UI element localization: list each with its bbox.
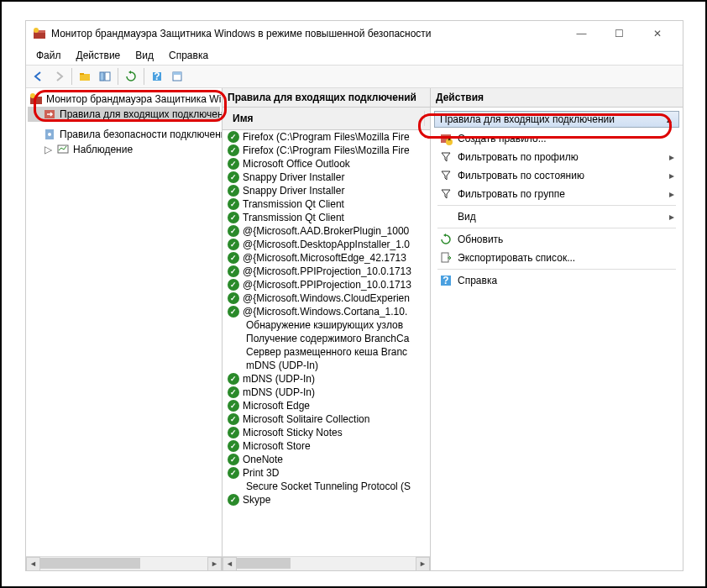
rule-item[interactable]: ✓@{Microsoft.PPIProjection_10.0.1713 bbox=[223, 278, 430, 291]
tree-hscroll[interactable]: ◄► bbox=[26, 556, 222, 570]
rule-item[interactable]: ✓Transmission Qt Client bbox=[223, 211, 430, 224]
rule-item[interactable]: ✓Microsoft Solitaire Collection bbox=[223, 412, 430, 426]
rule-item[interactable]: ✓Firefox (C:\Program Files\Mozilla Fire bbox=[223, 130, 430, 144]
actions-sub-header[interactable]: Правила для входящих подключений ▲ bbox=[434, 111, 679, 128]
rule-name: Print 3D bbox=[243, 467, 279, 479]
check-icon: ✓ bbox=[228, 400, 239, 412]
rules-hscroll[interactable]: ◄► bbox=[223, 556, 430, 570]
action-create-rule[interactable]: * Создать правило... bbox=[431, 129, 683, 148]
rule-name: Сервер размещенного кеша Branc bbox=[246, 346, 407, 358]
close-button[interactable]: ✕ bbox=[638, 22, 676, 45]
check-icon: ✓ bbox=[228, 212, 239, 223]
actions-panel-title: Действия bbox=[431, 88, 683, 108]
check-icon: ✓ bbox=[228, 279, 239, 291]
funnel-icon bbox=[439, 169, 453, 182]
properties-icon[interactable] bbox=[168, 67, 186, 86]
rule-item[interactable]: ✓Microsoft Office Outlook bbox=[223, 157, 430, 171]
menu-help[interactable]: Справка bbox=[162, 48, 215, 63]
check-icon: ✓ bbox=[228, 265, 239, 277]
action-filter-state[interactable]: Фильтровать по состоянию ▸ bbox=[431, 166, 683, 185]
actions-panel: Действия Правила для входящих подключени… bbox=[431, 88, 683, 570]
rule-name: mDNS (UDP-In) bbox=[243, 373, 315, 385]
check-icon: ✓ bbox=[228, 252, 239, 264]
rules-list[interactable]: ✓Firefox (C:\Program Files\Mozilla Fire✓… bbox=[223, 130, 430, 556]
menu-file[interactable]: Файл bbox=[29, 48, 68, 63]
firewall-window: Монитор брандмауэра Защитника Windows в … bbox=[25, 20, 683, 571]
show-hide-icon[interactable] bbox=[96, 67, 114, 86]
rule-item[interactable]: ✓Microsoft Edge bbox=[223, 399, 430, 412]
tree-security-rules[interactable]: Правила безопасности подключения bbox=[28, 127, 220, 142]
action-filter-group[interactable]: Фильтровать по группе ▸ bbox=[431, 185, 683, 203]
rule-item[interactable]: ✓Microsoft Sticky Notes bbox=[223, 426, 430, 439]
tree-inbound-rules[interactable]: Правила для входящих подключений bbox=[28, 107, 220, 122]
folder-icon[interactable] bbox=[76, 67, 94, 86]
rule-item[interactable]: ✓Snappy Driver Installer bbox=[223, 171, 430, 184]
rule-item[interactable]: ✓@{Microsoft.MicrosoftEdge_42.1713 bbox=[223, 251, 430, 265]
firewall-app-icon bbox=[33, 27, 46, 40]
action-view[interactable]: Вид ▸ bbox=[431, 207, 683, 226]
rule-item[interactable]: ✓Snappy Driver Installer bbox=[223, 184, 430, 197]
rule-item[interactable]: ✓Firefox (C:\Program Files\Mozilla Fire bbox=[223, 144, 430, 157]
check-icon: ✓ bbox=[228, 440, 239, 452]
forward-button[interactable] bbox=[50, 67, 68, 86]
back-button[interactable] bbox=[29, 67, 48, 86]
inbound-rules-icon bbox=[43, 108, 56, 121]
check-icon: ✓ bbox=[228, 413, 239, 425]
help-icon: ? bbox=[439, 274, 453, 287]
help-icon[interactable]: ? bbox=[148, 67, 166, 86]
rule-item[interactable]: ✓OneNote bbox=[223, 453, 430, 466]
rule-item[interactable]: Обнаружение кэширующих узлов bbox=[223, 318, 430, 332]
rule-name: Snappy Driver Installer bbox=[243, 171, 344, 183]
check-icon: ✓ bbox=[228, 373, 239, 385]
action-filter-profile[interactable]: Фильтровать по профилю ▸ bbox=[431, 148, 683, 166]
action-refresh[interactable]: Обновить bbox=[431, 230, 683, 249]
action-help[interactable]: ? Справка bbox=[431, 271, 683, 290]
expand-icon[interactable]: ▷ bbox=[43, 144, 53, 155]
tree-root[interactable]: Монитор брандмауэра Защитника Window bbox=[28, 92, 220, 107]
rule-name: @{Microsoft.PPIProjection_10.0.1713 bbox=[243, 265, 411, 277]
rule-item[interactable]: ✓@{Microsoft.Windows.CloudExperien bbox=[223, 291, 430, 305]
toolbar: ? bbox=[26, 65, 683, 88]
maximize-button[interactable]: ☐ bbox=[600, 22, 638, 45]
rule-name: OneNote bbox=[243, 454, 283, 465]
svg-rect-3 bbox=[80, 74, 90, 81]
rule-item[interactable]: Сервер размещенного кеша Branc bbox=[223, 345, 430, 359]
rule-item[interactable]: ✓mDNS (UDP-In) bbox=[223, 386, 430, 399]
rule-name: @{Microsoft.DesktopAppInstaller_1.0 bbox=[243, 239, 410, 250]
svg-rect-4 bbox=[80, 73, 84, 75]
rules-panel: Правила для входящих подключений Имя ✓Fi… bbox=[223, 88, 431, 570]
rule-name: Snappy Driver Installer bbox=[243, 185, 344, 197]
rule-item[interactable]: Secure Socket Tunneling Protocol (S bbox=[223, 480, 430, 493]
rule-item[interactable]: ✓Transmission Qt Client bbox=[223, 197, 430, 211]
rule-item[interactable]: ✓@{Microsoft.PPIProjection_10.0.1713 bbox=[223, 265, 430, 278]
rule-item[interactable]: Получение содержимого BranchCa bbox=[223, 332, 430, 345]
refresh-icon[interactable] bbox=[122, 67, 140, 86]
rule-item[interactable]: ✓@{Microsoft.DesktopAppInstaller_1.0 bbox=[223, 238, 430, 251]
menu-view[interactable]: Вид bbox=[128, 48, 160, 63]
minimize-button[interactable]: — bbox=[563, 22, 600, 45]
check-icon: ✓ bbox=[228, 225, 239, 237]
check-icon: ✓ bbox=[228, 185, 239, 197]
titlebar: Монитор брандмауэра Защитника Windows в … bbox=[26, 21, 683, 46]
rule-item[interactable]: ✓mDNS (UDP-In) bbox=[223, 372, 430, 386]
action-export[interactable]: Экспортировать список... bbox=[431, 249, 683, 267]
chevron-right-icon: ▸ bbox=[669, 188, 674, 200]
rule-item[interactable]: ✓Microsoft Store bbox=[223, 439, 430, 453]
check-icon: ✓ bbox=[228, 467, 239, 479]
rule-item[interactable]: ✓Skype bbox=[223, 493, 430, 507]
check-icon: ✓ bbox=[228, 427, 239, 438]
rule-item[interactable]: ✓@{Microsoft.Windows.Cortana_1.10. bbox=[223, 305, 430, 318]
chevron-right-icon: ▸ bbox=[669, 170, 674, 181]
col-name[interactable]: Имя bbox=[228, 111, 425, 126]
export-icon bbox=[439, 251, 453, 265]
rule-item[interactable]: ✓@{Microsoft.AAD.BrokerPlugin_1000 bbox=[223, 224, 430, 238]
rule-name: mDNS (UDP-In) bbox=[243, 386, 315, 398]
rule-item[interactable]: mDNS (UDP-In) bbox=[223, 359, 430, 372]
svg-text:?: ? bbox=[443, 275, 448, 286]
tree-monitoring[interactable]: ▷ Наблюдение bbox=[28, 142, 220, 157]
menu-action[interactable]: Действие bbox=[70, 48, 128, 63]
rule-name: @{Microsoft.Windows.CloudExperien bbox=[243, 292, 410, 304]
firewall-icon bbox=[29, 92, 43, 106]
svg-rect-20 bbox=[442, 253, 448, 262]
rule-item[interactable]: ✓Print 3D bbox=[223, 466, 430, 480]
